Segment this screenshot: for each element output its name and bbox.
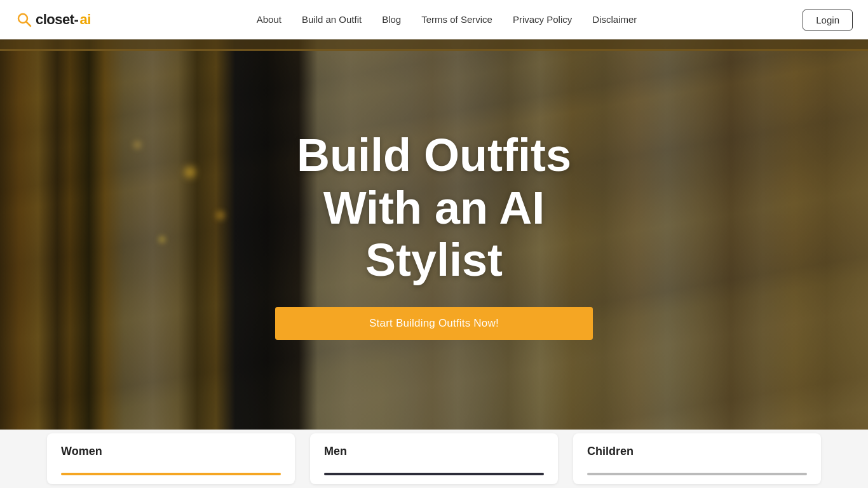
hero-title-line2: With an AI	[323, 182, 545, 233]
card-men-title: Men	[324, 445, 544, 458]
nav-build-outfit[interactable]: Build an Outfit	[302, 14, 362, 25]
card-women[interactable]: Women	[47, 433, 295, 484]
cards-section: Women Men Children	[0, 430, 868, 488]
logo-accent: ai	[79, 11, 90, 28]
nav-disclaimer[interactable]: Disclaimer	[592, 14, 637, 25]
card-women-bar	[61, 473, 281, 475]
nav-about[interactable]: About	[257, 14, 281, 25]
nav-privacy[interactable]: Privacy Policy	[513, 14, 572, 25]
logo[interactable]: closet-ai	[15, 11, 91, 29]
hero-title: Build Outfits With an AI Stylist	[297, 129, 571, 287]
card-children-title: Children	[587, 445, 807, 458]
hero-section: Build Outfits With an AI Stylist Start B…	[0, 39, 868, 430]
card-children-bar	[587, 473, 807, 475]
nav-links: About Build an Outfit Blog Terms of Serv…	[257, 14, 637, 25]
nav-blog[interactable]: Blog	[382, 14, 401, 25]
hero-content: Build Outfits With an AI Stylist Start B…	[0, 39, 868, 430]
cta-button[interactable]: Start Building Outfits Now!	[275, 307, 593, 340]
nav-terms[interactable]: Terms of Service	[421, 14, 492, 25]
hero-title-line1: Build Outfits	[297, 130, 571, 180]
card-children[interactable]: Children	[573, 433, 821, 484]
login-button[interactable]: Login	[803, 10, 853, 30]
svg-line-1	[27, 22, 31, 27]
card-men[interactable]: Men	[310, 433, 558, 484]
card-men-bar	[324, 473, 544, 475]
logo-text: closet-	[36, 11, 78, 28]
card-women-title: Women	[61, 445, 281, 458]
hero-title-line3: Stylist	[365, 234, 503, 285]
navbar: closet-ai About Build an Outfit Blog Ter…	[0, 0, 868, 39]
logo-icon	[15, 11, 33, 29]
